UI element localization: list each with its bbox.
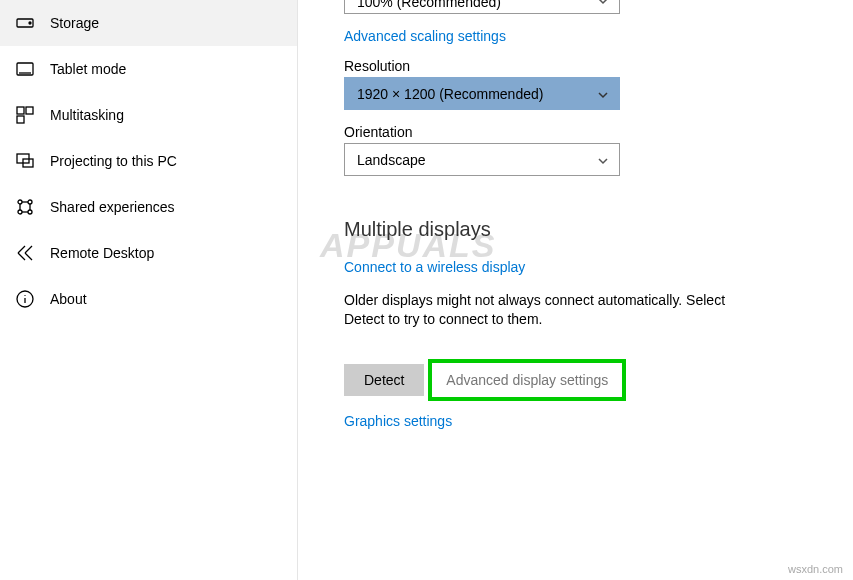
sidebar-item-multitasking[interactable]: Multitasking [0, 92, 297, 138]
svg-point-10 [28, 200, 32, 204]
svg-point-12 [28, 210, 32, 214]
detect-button[interactable]: Detect [344, 364, 424, 396]
multitasking-icon [16, 106, 34, 124]
sidebar-item-projecting[interactable]: Projecting to this PC [0, 138, 297, 184]
orientation-label: Orientation [344, 124, 853, 140]
remote-desktop-icon [16, 244, 34, 262]
sidebar-item-label: Multitasking [50, 107, 124, 123]
sidebar-item-label: Projecting to this PC [50, 153, 177, 169]
svg-rect-5 [26, 107, 33, 114]
resolution-label: Resolution [344, 58, 853, 74]
scale-dropdown-value: 100% (Recommended) [357, 0, 501, 10]
orientation-dropdown-value: Landscape [357, 152, 426, 168]
svg-point-9 [18, 200, 22, 204]
resolution-dropdown-value: 1920 × 1200 (Recommended) [357, 86, 543, 102]
svg-line-17 [18, 246, 25, 253]
sidebar-item-about[interactable]: About [0, 276, 297, 322]
advanced-display-settings-link[interactable]: Advanced display settings [446, 372, 608, 388]
advanced-display-highlight: Advanced display settings [428, 359, 626, 401]
attribution-text: wsxdn.com [788, 563, 843, 575]
sidebar-item-shared-experiences[interactable]: Shared experiences [0, 184, 297, 230]
multiple-displays-heading: Multiple displays [344, 218, 853, 241]
svg-line-19 [25, 246, 32, 253]
connect-wireless-display-link[interactable]: Connect to a wireless display [344, 259, 525, 275]
sidebar-item-tablet-mode[interactable]: Tablet mode [0, 46, 297, 92]
sidebar-item-label: Remote Desktop [50, 245, 154, 261]
about-icon [16, 290, 34, 308]
sidebar-item-label: About [50, 291, 87, 307]
svg-point-1 [29, 22, 31, 24]
shared-experiences-icon [16, 198, 34, 216]
graphics-settings-link[interactable]: Graphics settings [344, 413, 452, 429]
older-displays-text: Older displays might not always connect … [344, 291, 764, 329]
advanced-scaling-link[interactable]: Advanced scaling settings [344, 28, 506, 44]
settings-sidebar: Storage Tablet mode Multitasking [0, 0, 298, 580]
orientation-dropdown[interactable]: Landscape [344, 143, 620, 176]
chevron-down-icon [597, 88, 609, 100]
sidebar-item-storage[interactable]: Storage [0, 0, 297, 46]
chevron-down-icon [597, 0, 609, 6]
projecting-icon [16, 152, 34, 170]
svg-line-18 [18, 253, 25, 260]
storage-icon [16, 14, 34, 32]
svg-rect-6 [17, 116, 24, 123]
svg-line-20 [25, 253, 32, 260]
display-settings-panel: 100% (Recommended) Advanced scaling sett… [298, 0, 853, 580]
sidebar-item-label: Shared experiences [50, 199, 175, 215]
tablet-mode-icon [16, 60, 34, 78]
svg-point-11 [18, 210, 22, 214]
sidebar-item-label: Tablet mode [50, 61, 126, 77]
svg-rect-4 [17, 107, 24, 114]
sidebar-item-label: Storage [50, 15, 99, 31]
scale-dropdown[interactable]: 100% (Recommended) [344, 0, 620, 14]
sidebar-item-remote-desktop[interactable]: Remote Desktop [0, 230, 297, 276]
chevron-down-icon [597, 154, 609, 166]
resolution-dropdown[interactable]: 1920 × 1200 (Recommended) [344, 77, 620, 110]
